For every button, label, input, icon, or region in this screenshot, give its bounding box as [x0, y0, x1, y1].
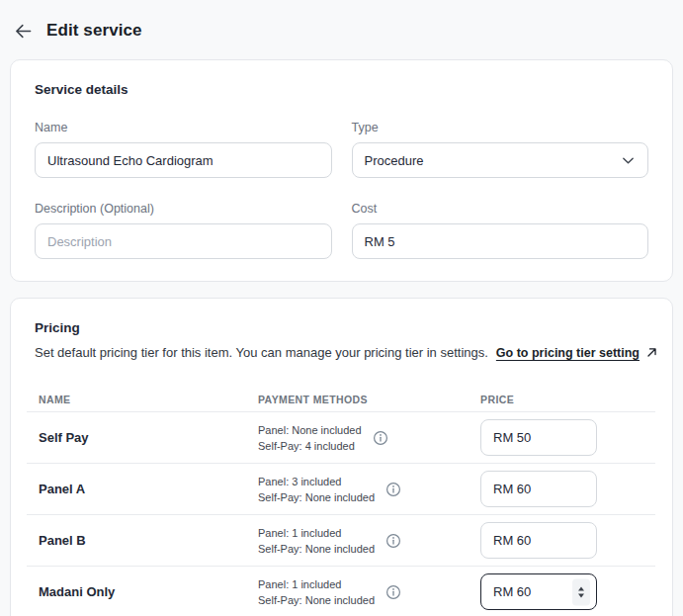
pricing-head: Pricing Set default pricing tier for thi…: [11, 320, 672, 360]
description-input[interactable]: [35, 223, 332, 259]
tier-name: Panel B: [39, 533, 258, 548]
page-title: Edit service: [46, 21, 142, 41]
back-button[interactable]: [12, 20, 34, 42]
pricing-title: Pricing: [35, 320, 648, 335]
info-icon[interactable]: [385, 482, 401, 497]
panel-included-line: Panel: 3 included: [258, 474, 375, 489]
arrow-left-icon: [14, 22, 33, 41]
stepper-up-icon[interactable]: [578, 586, 584, 590]
price-input-self-pay[interactable]: [480, 419, 597, 456]
price-cell: [480, 419, 655, 456]
payment-methods-text: Panel: None included Self-Pay: 4 include…: [258, 422, 362, 454]
cost-input[interactable]: [352, 223, 649, 259]
pricing-description-text: Set default pricing tier for this item. …: [35, 345, 488, 360]
panel-included-line: Panel: None included: [258, 422, 362, 438]
panel-included-line: Panel: 1 included: [258, 576, 375, 592]
payment-methods-cell: Panel: 1 included Self-Pay: None include…: [258, 525, 480, 557]
cost-field-group: Cost: [352, 202, 649, 259]
info-icon[interactable]: [385, 533, 401, 549]
selfpay-included-line: Self-Pay: None included: [258, 541, 375, 557]
service-details-form: Name Type Procedure Description (Optiona…: [35, 121, 648, 259]
info-icon[interactable]: [373, 430, 388, 446]
price-input-panel-a[interactable]: [480, 471, 597, 507]
stepper-down-icon[interactable]: [578, 593, 584, 597]
tier-name: Panel A: [39, 482, 258, 496]
price-cell: [480, 471, 655, 507]
type-label: Type: [352, 121, 649, 134]
price-cell: [480, 573, 655, 610]
pricing-tier-setting-link[interactable]: Go to pricing tier setting: [496, 346, 640, 360]
pricing-tier-table: NAME PAYMENT METHODS PRICE Self Pay Pane…: [27, 387, 655, 616]
service-details-card: Service details Name Type Procedure Desc…: [10, 59, 673, 282]
type-field-group: Type Procedure: [352, 121, 649, 178]
payment-methods-cell: Panel: None included Self-Pay: 4 include…: [258, 422, 480, 454]
name-label: Name: [35, 121, 332, 134]
service-details-title: Service details: [35, 82, 648, 97]
description-label: Description (Optional): [35, 202, 332, 216]
page-header: Edit service: [0, 0, 683, 59]
type-select[interactable]: Procedure: [352, 142, 649, 178]
table-row-panel-a: Panel A Panel: 3 included Self-Pay: None…: [27, 464, 655, 515]
price-cell: [480, 522, 655, 559]
info-icon[interactable]: [385, 584, 401, 600]
external-link-icon: [645, 346, 658, 359]
selfpay-included-line: Self-Pay: None included: [258, 592, 375, 608]
selfpay-included-line: Self-Pay: None included: [258, 489, 375, 505]
selfpay-included-line: Self-Pay: 4 included: [258, 438, 362, 454]
payment-methods-cell: Panel: 3 included Self-Pay: None include…: [258, 474, 480, 505]
number-stepper[interactable]: [572, 578, 590, 605]
price-input-panel-b[interactable]: [480, 522, 597, 559]
table-row-madani-only: Madani Only Panel: 1 included Self-Pay: …: [27, 567, 655, 616]
col-header-payment-methods: PAYMENT METHODS: [258, 394, 480, 405]
name-field-group: Name: [35, 121, 332, 178]
pricing-card: Pricing Set default pricing tier for thi…: [10, 298, 673, 616]
chevron-down-icon: [621, 153, 636, 168]
cost-label: Cost: [352, 202, 649, 216]
col-header-name: NAME: [39, 394, 258, 405]
payment-methods-text: Panel: 1 included Self-Pay: None include…: [258, 525, 375, 557]
name-input[interactable]: [35, 142, 332, 178]
panel-included-line: Panel: 1 included: [258, 525, 375, 541]
type-select-value: Procedure: [365, 153, 424, 168]
payment-methods-cell: Panel: 1 included Self-Pay: None include…: [258, 576, 480, 608]
payment-methods-text: Panel: 3 included Self-Pay: None include…: [258, 474, 375, 505]
table-row-panel-b: Panel B Panel: 1 included Self-Pay: None…: [27, 515, 655, 567]
col-header-price: PRICE: [480, 394, 655, 405]
tier-name: Madani Only: [39, 584, 258, 599]
payment-methods-text: Panel: 1 included Self-Pay: None include…: [258, 576, 375, 608]
table-row-self-pay: Self Pay Panel: None included Self-Pay: …: [27, 412, 655, 464]
tier-table-header: NAME PAYMENT METHODS PRICE: [27, 387, 655, 412]
tier-name: Self Pay: [39, 430, 258, 445]
pricing-description: Set default pricing tier for this item. …: [35, 345, 648, 360]
description-field-group: Description (Optional): [35, 202, 332, 259]
